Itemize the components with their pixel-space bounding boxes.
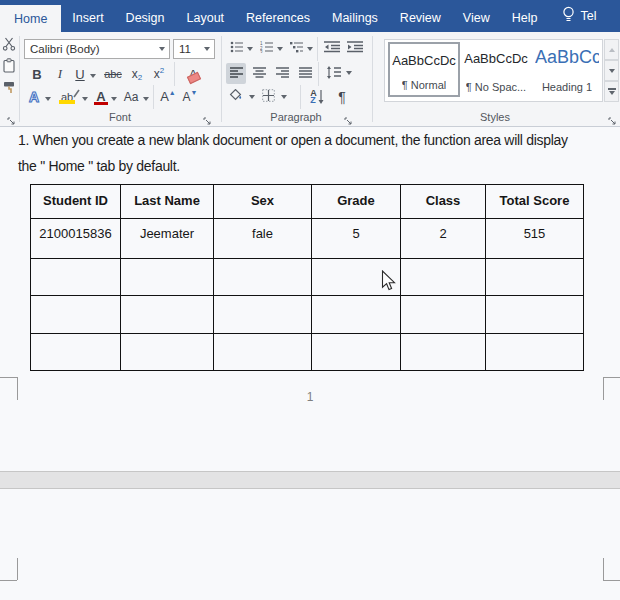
empty-cell[interactable]	[214, 259, 312, 296]
shading-button[interactable]	[226, 87, 246, 106]
empty-cell[interactable]	[312, 296, 401, 334]
align-center-button[interactable]	[249, 63, 269, 84]
change-case-dropdown-icon[interactable]	[141, 94, 151, 104]
tab-review[interactable]: Review	[389, 4, 452, 32]
subscript-button[interactable]: x2	[128, 64, 146, 84]
style-heading-1[interactable]: AaBbCcD Heading 1	[532, 42, 602, 97]
header-last-name[interactable]: Last Name	[121, 185, 214, 219]
line-spacing-button[interactable]	[323, 63, 343, 84]
bullets-button[interactable]	[228, 39, 245, 57]
cell-student-id[interactable]: 2100015836	[31, 219, 121, 259]
paragraph-text-line-2[interactable]: the " Home " tab by default.	[18, 158, 180, 174]
styles-scroll-up-button[interactable]	[604, 39, 619, 60]
style-normal[interactable]: AaBbCcDc ¶ Normal	[388, 42, 460, 97]
header-sex[interactable]: Sex	[214, 185, 312, 219]
borders-button[interactable]	[258, 87, 278, 106]
empty-cell[interactable]	[214, 296, 312, 334]
header-grade[interactable]: Grade	[312, 185, 401, 219]
borders-dropdown-icon[interactable]	[279, 92, 288, 102]
cell-class[interactable]: 2	[401, 219, 486, 259]
justify-button[interactable]	[295, 63, 315, 84]
empty-cell[interactable]	[31, 296, 121, 334]
decrease-indent-button[interactable]	[322, 39, 342, 57]
empty-cell[interactable]	[486, 259, 584, 296]
cell-total-score[interactable]: 515	[486, 219, 584, 259]
clipboard-icon	[3, 58, 15, 77]
margin-corner-mark	[0, 580, 17, 581]
tab-layout[interactable]: Layout	[176, 4, 236, 32]
empty-cell[interactable]	[121, 296, 214, 334]
empty-cell[interactable]	[401, 296, 486, 334]
styles-dialog-launcher-icon[interactable]	[608, 112, 617, 121]
tab-references[interactable]: References	[235, 4, 321, 32]
italic-button[interactable]: I	[52, 64, 68, 84]
show-paragraph-marks-button[interactable]: ¶	[333, 86, 351, 107]
clear-formatting-button[interactable]: A	[181, 64, 205, 84]
button-separator	[300, 85, 301, 109]
cell-last-name[interactable]: Jeemater	[121, 219, 214, 259]
underline-dropdown-icon[interactable]	[88, 71, 98, 81]
align-center-icon	[253, 65, 266, 83]
sort-button[interactable]: A Z	[306, 86, 328, 107]
format-painter-button[interactable]	[1, 82, 17, 98]
text-effects-dropdown-icon[interactable]	[43, 94, 53, 104]
font-dialog-launcher-icon[interactable]	[203, 112, 212, 121]
numbering-button[interactable]: 123	[258, 39, 275, 57]
tab-design[interactable]: Design	[115, 4, 176, 32]
tab-mailings[interactable]: Mailings	[321, 4, 389, 32]
header-total-score[interactable]: Total Score	[486, 185, 584, 219]
cell-sex[interactable]: fale	[214, 219, 312, 259]
bullets-dropdown-icon[interactable]	[245, 44, 254, 54]
empty-cell[interactable]	[121, 259, 214, 296]
tab-help[interactable]: Help	[501, 4, 549, 32]
line-spacing-dropdown-icon[interactable]	[344, 68, 353, 78]
align-left-button[interactable]	[226, 63, 246, 84]
highlight-dropdown-icon[interactable]	[80, 94, 90, 104]
paragraph-dialog-launcher-icon[interactable]	[344, 112, 353, 121]
numbering-dropdown-icon[interactable]	[275, 44, 284, 54]
empty-cell[interactable]	[312, 334, 401, 371]
empty-cell[interactable]	[121, 334, 214, 371]
tab-view[interactable]: View	[452, 4, 501, 32]
styles-scroll-down-button[interactable]	[604, 60, 619, 81]
header-student-id[interactable]: Student ID	[31, 185, 121, 219]
empty-cell[interactable]	[214, 334, 312, 371]
indent-decrease-icon	[324, 39, 340, 57]
empty-cell[interactable]	[486, 296, 584, 334]
tab-home[interactable]: Home	[0, 5, 61, 32]
underline-button[interactable]: U	[72, 64, 88, 84]
header-class[interactable]: Class	[401, 185, 486, 219]
paragraph-text-line-1[interactable]: 1. When you create a new blank document …	[18, 132, 568, 148]
multilevel-list-button[interactable]	[288, 39, 305, 57]
strikethrough-button[interactable]: abc	[100, 65, 126, 83]
empty-cell[interactable]	[31, 259, 121, 296]
align-right-button[interactable]	[272, 63, 292, 84]
empty-cell[interactable]	[486, 334, 584, 371]
change-case-button[interactable]: Aa	[120, 87, 142, 106]
styles-more-button[interactable]	[604, 81, 619, 102]
empty-cell[interactable]	[401, 259, 486, 296]
bold-button[interactable]: B	[28, 64, 46, 84]
font-size-combobox[interactable]: 11	[173, 39, 215, 59]
shading-dropdown-icon[interactable]	[247, 92, 256, 102]
grow-font-button[interactable]: A▲	[158, 87, 178, 106]
clipboard-dialog-launcher-icon[interactable]	[7, 112, 16, 121]
style-no-spacing[interactable]: AaBbCcDc ¶ No Spac...	[463, 42, 529, 97]
multilevel-dropdown-icon[interactable]	[305, 44, 314, 54]
font-color-button[interactable]: A	[92, 87, 110, 106]
text-effects-button[interactable]: A	[24, 87, 44, 106]
empty-cell[interactable]	[401, 334, 486, 371]
cut-button[interactable]	[1, 38, 17, 54]
tell-me-control[interactable]: Tel	[562, 0, 596, 32]
shrink-font-button[interactable]: A▼	[180, 87, 200, 106]
highlight-color-button[interactable]: ab	[56, 87, 78, 106]
tab-insert[interactable]: Insert	[61, 4, 114, 32]
increase-indent-button[interactable]	[345, 39, 365, 57]
paste-button[interactable]	[2, 59, 16, 76]
cell-grade[interactable]: 5	[312, 219, 401, 259]
font-name-combobox[interactable]: Calibri (Body)	[24, 39, 170, 59]
superscript-button[interactable]: x2	[150, 64, 168, 84]
document-page[interactable]: 1. When you create a new blank document …	[0, 127, 620, 600]
empty-cell[interactable]	[31, 334, 121, 371]
font-color-dropdown-icon[interactable]	[109, 94, 119, 104]
